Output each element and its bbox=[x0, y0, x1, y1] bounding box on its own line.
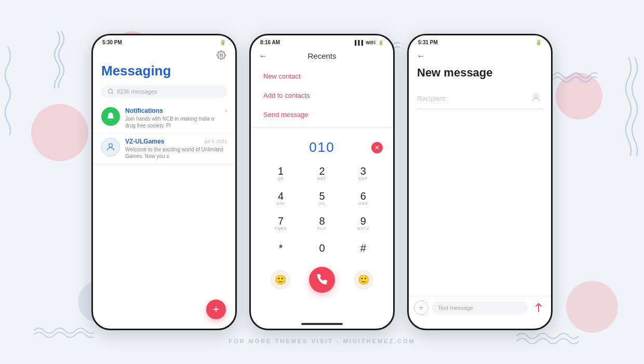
svg-point-4 bbox=[534, 94, 538, 98]
dialer-key-letters-3: DEF bbox=[359, 177, 368, 180]
compose-area: + Text message bbox=[409, 296, 551, 319]
dialer-key-star[interactable]: * bbox=[261, 237, 300, 259]
home-indicator-bar bbox=[251, 319, 393, 329]
compose-fab[interactable]: + bbox=[206, 300, 226, 319]
message-text-notifications: Join hands with NCB in making India a dr… bbox=[125, 115, 220, 129]
new-message-header: ← bbox=[409, 47, 551, 64]
home-indicator bbox=[301, 323, 343, 325]
time-3: 5:31 PM bbox=[418, 40, 438, 45]
dialer-key-num-1: 1 bbox=[278, 166, 284, 176]
dialer-key-letters-1: QD bbox=[277, 177, 284, 180]
dialer-key-8[interactable]: 8 TUV bbox=[302, 212, 341, 235]
dialer-key-letters-5: JKL bbox=[318, 202, 326, 205]
svg-point-3 bbox=[109, 144, 113, 147]
message-content-vzulgames: VZ-ULGames Jul 9, 2021 Welcome to the ex… bbox=[125, 138, 227, 160]
text-message-placeholder: Text message bbox=[438, 305, 473, 311]
p1-header bbox=[93, 47, 235, 62]
status-bar-1: 5:30 PM 🔋 bbox=[93, 35, 235, 47]
time-2: 8:16 AM bbox=[260, 40, 280, 45]
message-item-notifications[interactable]: Notifications Join hands with NCB in mak… bbox=[93, 103, 235, 134]
dialer-number: 010 bbox=[309, 139, 334, 155]
divider-1 bbox=[251, 127, 393, 128]
phones-container: 5:30 PM 🔋 Messaging 8236 messages bbox=[91, 34, 553, 330]
call-button[interactable] bbox=[309, 267, 335, 293]
dialer-key-num-6: 6 bbox=[360, 191, 366, 201]
dialer-key-letters-7: PQRS bbox=[275, 227, 287, 230]
status-icons-2: ▐▐▐ WiFi 🔋 bbox=[353, 40, 384, 45]
battery-icon-1: 🔋 bbox=[220, 40, 226, 45]
menu-item-send-message[interactable]: Send message bbox=[251, 105, 393, 124]
back-button-2[interactable]: ← bbox=[259, 51, 267, 61]
svg-point-1 bbox=[109, 89, 113, 94]
dialer-emoji-left[interactable]: 🙂 bbox=[271, 270, 290, 290]
signal-icon: ▐▐▐ bbox=[353, 40, 363, 45]
dialer-key-letters-9: WXYZ bbox=[357, 227, 369, 230]
messaging-screen: Messaging 8236 messages bbox=[93, 47, 235, 329]
status-bar-3: 5:31 PM 🔋 bbox=[409, 35, 551, 47]
battery-icon-2: 🔋 bbox=[378, 40, 384, 45]
dialer-key-num-8: 8 bbox=[319, 216, 325, 226]
dialer-key-2[interactable]: 2 ABC bbox=[302, 162, 341, 185]
send-button[interactable] bbox=[531, 301, 546, 315]
svg-point-0 bbox=[220, 54, 223, 57]
dialer-actions: 🙂 🙂 bbox=[251, 262, 393, 295]
dialer-key-num-4: 4 bbox=[278, 191, 284, 201]
message-content-notifications: Notifications Join hands with NCB in mak… bbox=[125, 107, 220, 129]
battery-icon-3: 🔋 bbox=[535, 40, 542, 45]
text-message-input[interactable]: Text message bbox=[432, 302, 528, 314]
dialer-key-num-0: 0 bbox=[319, 243, 325, 253]
wifi-icon: WiFi bbox=[366, 40, 375, 45]
message-list: Notifications Join hands with NCB in mak… bbox=[93, 103, 235, 329]
status-icons-1: 🔋 bbox=[220, 40, 226, 45]
dialer-panel: 010 ✕ 1 QD 2 ABC 3 DEF bbox=[251, 131, 393, 319]
dialer-key-hash[interactable]: # bbox=[344, 237, 383, 259]
gear-icon[interactable] bbox=[217, 50, 227, 61]
phone-recents: 8:16 AM ▐▐▐ WiFi 🔋 ← Recents New contact… bbox=[249, 34, 395, 330]
dialer-key-1[interactable]: 1 QD bbox=[261, 162, 300, 185]
dialer-display: 010 ✕ bbox=[251, 135, 393, 160]
dialer-key-3[interactable]: 3 DEF bbox=[344, 162, 383, 185]
messaging-title: Messaging bbox=[93, 62, 235, 83]
recents-menu: New contact Add to contacts Send message bbox=[251, 63, 393, 124]
svg-line-2 bbox=[112, 93, 113, 94]
message-name-notifications: Notifications bbox=[125, 107, 220, 114]
contacts-icon[interactable] bbox=[530, 92, 543, 105]
phone-new-message: 5:31 PM 🔋 ← New message Recipient: bbox=[407, 34, 553, 330]
dialer-key-6[interactable]: 6 MNO bbox=[344, 187, 383, 210]
phone-messaging: 5:30 PM 🔋 Messaging 8236 messages bbox=[91, 34, 237, 330]
menu-item-add-to-contacts[interactable]: Add to contacts bbox=[251, 86, 393, 105]
dialer-key-num-2: 2 bbox=[319, 166, 325, 176]
dialer-key-num-3: 3 bbox=[360, 166, 366, 176]
search-bar[interactable]: 8236 messages bbox=[101, 85, 227, 98]
attachment-button[interactable]: + bbox=[414, 301, 428, 315]
dialer-key-7[interactable]: 7 PQRS bbox=[261, 212, 300, 235]
watermark: FOR MORE THEMES VISIT - MIUITHEMEZ.COM bbox=[229, 338, 415, 344]
dialer-key-num-star: * bbox=[279, 243, 283, 253]
dialer-key-letters-4: GHI bbox=[277, 202, 285, 205]
menu-item-new-contact[interactable]: New contact bbox=[251, 67, 393, 86]
dialer-key-4[interactable]: 4 GHI bbox=[261, 187, 300, 210]
status-icons-3: 🔋 bbox=[535, 40, 542, 45]
search-placeholder: 8236 messages bbox=[117, 88, 157, 95]
status-bar-2: 8:16 AM ▐▐▐ WiFi 🔋 bbox=[251, 35, 393, 47]
message-item-vzulgames[interactable]: VZ-ULGames Jul 9, 2021 Welcome to the ex… bbox=[93, 134, 235, 164]
dialer-key-num-hash: # bbox=[360, 243, 366, 253]
recipient-label: Recipient: bbox=[417, 95, 530, 102]
recents-title: Recents bbox=[307, 51, 336, 60]
chevron-right-icon: › bbox=[225, 107, 227, 114]
dialer-key-0[interactable]: 0 bbox=[302, 237, 341, 259]
new-message-screen: ← New message Recipient: bbox=[409, 47, 551, 329]
message-text-vzulgames: Welcome to the exciting world of Unlimit… bbox=[125, 146, 227, 160]
recipient-field[interactable]: Recipient: bbox=[417, 92, 543, 109]
back-button-3[interactable]: ← bbox=[417, 51, 425, 61]
dialer-clear-button[interactable]: ✕ bbox=[371, 142, 383, 153]
dialer-emoji-right[interactable]: 🙂 bbox=[354, 270, 373, 290]
recents-header: ← Recents bbox=[251, 47, 393, 63]
dialer-key-num-9: 9 bbox=[360, 216, 366, 226]
dialer-key-5[interactable]: 5 JKL bbox=[302, 187, 341, 210]
avatar-notifications bbox=[101, 107, 120, 126]
dialer-key-letters-2: ABC bbox=[317, 177, 326, 180]
time-1: 5:30 PM bbox=[102, 40, 122, 45]
dialer-key-num-7: 7 bbox=[278, 216, 284, 226]
dialer-key-9[interactable]: 9 WXYZ bbox=[344, 212, 383, 235]
